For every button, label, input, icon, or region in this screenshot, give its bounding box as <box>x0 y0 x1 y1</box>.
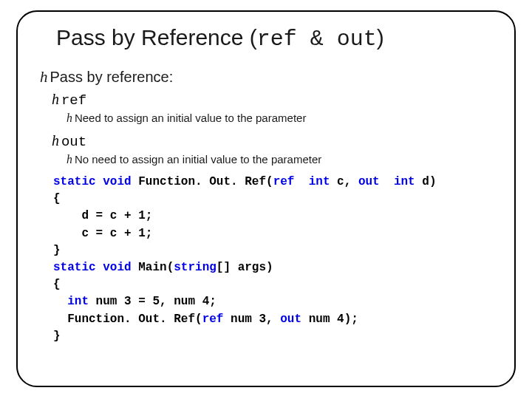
title-suffix: ) <box>377 25 384 50</box>
kw-static: static <box>53 261 96 274</box>
code-sp <box>380 175 394 188</box>
bullet-level1: hPass by reference: <box>40 68 494 86</box>
kw-int: int <box>67 295 89 308</box>
code-fn: Function. Out. Ref( <box>132 175 273 188</box>
kw-ref: ref <box>202 313 224 326</box>
code-txt: num 3, <box>223 313 280 326</box>
code-sp <box>294 175 308 188</box>
kw-out: out <box>280 313 301 326</box>
bullet-out: hout <box>52 132 494 150</box>
bullet-icon: h <box>40 68 50 86</box>
kw-static: static <box>53 175 96 188</box>
kw-out: out <box>358 175 380 188</box>
bullet-icon: h <box>52 91 61 107</box>
bullet-out-text: out <box>61 134 86 150</box>
bullet-icon: h <box>52 132 61 149</box>
code-block: static void Function. Out. Ref(ref int c… <box>53 174 494 345</box>
code-txt: Function. Out. Ref( <box>53 313 202 326</box>
kw-string: string <box>174 261 216 274</box>
bullet-ref-text: ref <box>61 92 86 109</box>
code-indent <box>53 295 67 308</box>
kw-int: int <box>309 175 330 188</box>
code-txt: c, <box>330 175 358 188</box>
bullet-icon: h <box>66 112 75 124</box>
bullet-ref-desc: hNeed to assign an initial value to the … <box>66 112 494 125</box>
code-sp <box>96 175 103 188</box>
bullet-out-desc-text: No need to assign an initial value to th… <box>75 153 321 166</box>
bullet-l1-text: Pass by reference: <box>50 69 174 85</box>
slide-frame: Pass by Reference (ref & out) hPass by r… <box>16 10 516 387</box>
bullet-out-desc: hNo need to assign an initial value to t… <box>66 153 494 166</box>
code-txt: num 4); <box>301 313 358 326</box>
title-prefix: Pass by Reference ( <box>56 25 257 50</box>
code-line: d = c + 1; <box>53 209 152 222</box>
kw-ref: ref <box>273 175 295 188</box>
kw-void: void <box>103 175 131 188</box>
title-mono: ref & out <box>257 27 377 52</box>
code-line: { <box>53 192 61 205</box>
slide-title: Pass by Reference (ref & out) <box>56 25 494 52</box>
code-txt: [] args) <box>216 261 273 274</box>
code-txt: num 3 = 5, num 4; <box>89 295 216 308</box>
code-txt: d) <box>415 175 437 188</box>
code-line: c = c + 1; <box>53 227 152 240</box>
code-sp <box>96 261 103 274</box>
bullet-ref: href <box>52 91 494 109</box>
bullet-ref-desc-text: Need to assign an initial value to the p… <box>75 112 307 124</box>
code-line: } <box>53 244 61 257</box>
kw-int: int <box>394 175 415 188</box>
code-line: } <box>53 330 61 343</box>
bullet-icon: h <box>66 153 75 166</box>
code-fn: Main( <box>132 261 174 274</box>
kw-void: void <box>103 261 131 274</box>
code-line: { <box>53 278 61 291</box>
